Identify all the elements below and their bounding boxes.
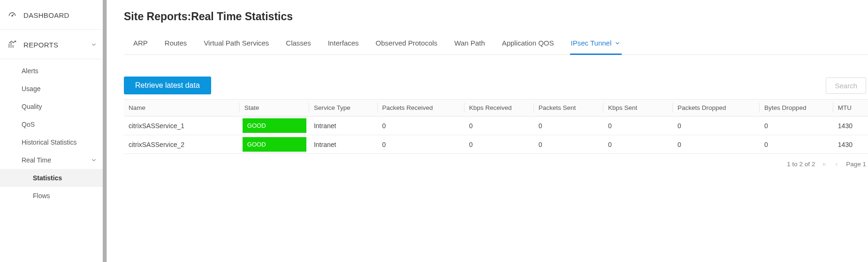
cell-kbps-received: 0 — [464, 116, 534, 135]
tab-label: Classes — [286, 39, 311, 47]
nav-reports-label: REPORTS — [23, 41, 58, 49]
tab-label: Routes — [165, 39, 187, 47]
table: Name State Service Type Packets Received… — [124, 99, 868, 168]
chart-growth-icon — [8, 40, 17, 49]
chevron-down-icon — [91, 41, 97, 48]
sidebar-item-historical-statistics[interactable]: Historical Statistics — [0, 133, 107, 151]
sidebar-item-label: Flows — [33, 192, 50, 200]
retrieve-latest-data-button[interactable]: Retrieve latest data — [124, 77, 211, 94]
toolbar: Retrieve latest data Search — [124, 77, 868, 94]
cell-bytes-dropped: 0 — [760, 116, 833, 135]
pager-first-icon[interactable] — [822, 162, 827, 167]
sidebar-item-label: Alerts — [22, 67, 38, 75]
sidebar-scrollbar[interactable] — [103, 0, 107, 262]
cell-mtu: 1430 — [833, 135, 868, 154]
th-packets-received[interactable]: Packets Received — [378, 100, 464, 116]
sidebar-item-qos[interactable]: QoS — [0, 116, 107, 133]
sidebar-item-flows[interactable]: Flows — [0, 187, 107, 205]
cell-name: citrixSASService_1 — [124, 116, 240, 135]
sidebar-item-alerts[interactable]: Alerts — [0, 62, 107, 80]
tab-label: Virtual Path Services — [204, 39, 269, 47]
chevron-down-icon — [614, 40, 621, 46]
cell-packets-dropped: 0 — [673, 135, 760, 154]
cell-bytes-dropped: 0 — [760, 135, 833, 154]
pager: 1 to 2 of 2 Page 1 — [124, 154, 868, 168]
main-content: Site Reports:Real Time Statistics ARP Ro… — [107, 0, 868, 262]
cell-mtu: 1430 — [833, 116, 868, 135]
tab-interfaces[interactable]: Interfaces — [327, 35, 360, 55]
table-row[interactable]: citrixSASService_2 GOOD Intranet 0 0 0 0… — [124, 135, 868, 154]
gauge-icon — [8, 10, 17, 20]
tab-ipsec-tunnel[interactable]: IPsec Tunnel — [570, 35, 622, 55]
sidebar-item-statistics[interactable]: Statistics — [0, 169, 107, 187]
sidebar-item-quality[interactable]: Quality — [0, 98, 107, 116]
tab-application-qos[interactable]: Application QOS — [501, 35, 555, 55]
th-service-type[interactable]: Service Type — [309, 100, 378, 116]
sidebar-item-label: Quality — [22, 103, 42, 110]
th-packets-sent[interactable]: Packets Sent — [534, 100, 603, 116]
th-kbps-sent[interactable]: Kbps Sent — [603, 100, 673, 116]
nav-dashboard[interactable]: DASHBOARD — [0, 0, 107, 30]
cell-packets-sent: 0 — [534, 135, 603, 154]
pager-page-label: Page 1 — [846, 161, 866, 168]
sidebar-item-label: QoS — [22, 121, 35, 128]
cell-state: GOOD — [240, 116, 309, 135]
tab-wan-path[interactable]: Wan Path — [453, 35, 486, 55]
tab-virtual-path-services[interactable]: Virtual Path Services — [203, 35, 270, 55]
table-row[interactable]: citrixSASService_1 GOOD Intranet 0 0 0 0… — [124, 116, 868, 135]
status-badge: GOOD — [243, 118, 306, 133]
chevron-down-icon — [91, 157, 97, 163]
page-title: Site Reports:Real Time Statistics — [124, 10, 868, 23]
cell-packets-received: 0 — [378, 116, 464, 135]
nav-reports[interactable]: REPORTS — [0, 30, 107, 59]
tab-label: Observed Protocols — [376, 39, 438, 47]
search-button[interactable]: Search — [826, 77, 866, 94]
tab-classes[interactable]: Classes — [285, 35, 312, 55]
cell-service-type: Intranet — [309, 116, 378, 135]
th-packets-dropped[interactable]: Packets Dropped — [673, 100, 760, 116]
tab-label: Interfaces — [328, 39, 359, 47]
pager-range: 1 to 2 of 2 — [787, 161, 815, 168]
tab-label: IPsec Tunnel — [571, 39, 612, 47]
sidebar-item-label: Historical Statistics — [22, 139, 76, 146]
tab-arp[interactable]: ARP — [132, 35, 149, 55]
th-state[interactable]: State — [240, 100, 309, 116]
cell-kbps-sent: 0 — [603, 135, 673, 154]
sidebar-item-label: Usage — [22, 85, 40, 92]
reports-subitems: Alerts Usage Quality QoS Historical Stat… — [0, 59, 107, 205]
nav-dashboard-label: DASHBOARD — [23, 11, 69, 19]
sidebar-item-usage[interactable]: Usage — [0, 80, 107, 98]
status-badge: GOOD — [243, 137, 306, 152]
tab-routes[interactable]: Routes — [164, 35, 188, 55]
th-kbps-received[interactable]: Kbps Received — [464, 100, 534, 116]
th-bytes-dropped[interactable]: Bytes Dropped — [760, 100, 833, 116]
cell-kbps-sent: 0 — [603, 116, 673, 135]
cell-state: GOOD — [240, 135, 309, 154]
cell-packets-received: 0 — [378, 135, 464, 154]
svg-point-0 — [12, 15, 13, 16]
th-name[interactable]: Name — [124, 100, 240, 116]
th-mtu[interactable]: MTU — [833, 100, 868, 116]
sidebar-item-label: Statistics — [33, 174, 62, 182]
tab-label: ARP — [133, 39, 148, 47]
cell-name: citrixSASService_2 — [124, 135, 240, 154]
tab-label: Wan Path — [454, 39, 485, 47]
cell-kbps-received: 0 — [464, 135, 534, 154]
cell-service-type: Intranet — [309, 135, 378, 154]
sidebar: DASHBOARD REPORTS Alerts Usage Quality Q… — [0, 0, 107, 262]
table-header-row: Name State Service Type Packets Received… — [124, 100, 868, 116]
tabs: ARP Routes Virtual Path Services Classes… — [124, 35, 868, 55]
cell-packets-sent: 0 — [534, 116, 603, 135]
scrollbar-thumb[interactable] — [103, 0, 107, 262]
tab-observed-protocols[interactable]: Observed Protocols — [375, 35, 439, 55]
cell-packets-dropped: 0 — [673, 116, 760, 135]
tab-label: Application QOS — [502, 39, 554, 47]
sidebar-item-label: Real Time — [22, 156, 51, 164]
sidebar-item-real-time[interactable]: Real Time — [0, 151, 107, 169]
pager-prev-icon[interactable] — [834, 162, 839, 167]
